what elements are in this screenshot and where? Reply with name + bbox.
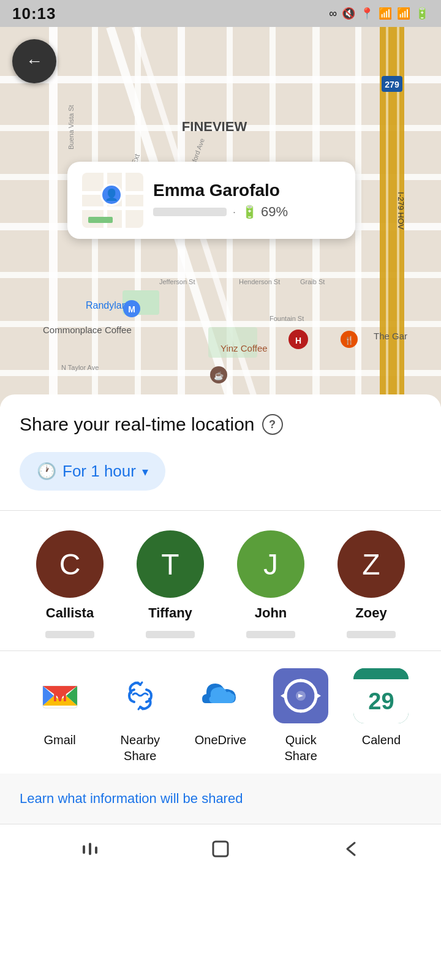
nav-bar (0, 824, 441, 873)
contact-name-callista: Callista (46, 605, 94, 621)
calendar-body: 29 (353, 679, 409, 723)
svg-text:Jefferson St: Jefferson St (159, 278, 195, 285)
contact-avatar-callista: C (36, 530, 104, 598)
app-calendar[interactable]: 29 Calend (341, 668, 421, 764)
battery-icon: 🔋 (242, 205, 257, 219)
duration-button[interactable]: 🕐 For 1 hour ▾ (20, 452, 165, 491)
svg-rect-55 (83, 845, 85, 854)
app-name-quickshare: QuickShare (285, 732, 317, 764)
status-time: 10:13 (12, 4, 56, 23)
svg-rect-57 (95, 846, 97, 854)
contact-avatar-tiffany: T (137, 530, 204, 598)
gmail-icon: M (32, 668, 88, 723)
calendar-day: 29 (368, 688, 394, 715)
svg-text:M: M (53, 686, 67, 705)
help-icon[interactable]: ? (262, 414, 283, 435)
mini-map-green (88, 217, 113, 223)
svg-text:FINEVIEW: FINEVIEW (182, 119, 247, 134)
app-onedrive[interactable]: OneDrive (180, 668, 260, 764)
dropdown-arrow-icon: ▾ (142, 464, 148, 479)
app-name-onedrive: OneDrive (195, 732, 246, 748)
learn-link[interactable]: Learn what information will be shared (20, 791, 243, 806)
contact-name-john: John (255, 605, 287, 621)
person-icon: 👤 (105, 188, 118, 202)
svg-text:Buena Vista St: Buena Vista St (67, 105, 75, 149)
profile-info: Emma Garofalo · 🔋 69% (153, 181, 341, 220)
contact-phone-blur-z (347, 631, 396, 638)
divider-1 (0, 510, 441, 511)
profile-mini-map: 👤 (82, 173, 143, 228)
svg-marker-52 (316, 693, 321, 699)
nav-back-button[interactable] (326, 831, 375, 867)
profile-name: Emma Garofalo (153, 181, 341, 200)
profile-pin: 👤 (100, 184, 123, 206)
svg-marker-53 (281, 693, 285, 699)
dot-separator: · (233, 206, 236, 219)
contact-tiffany[interactable]: T Tiffany (120, 530, 221, 638)
svg-text:I-279 HOV: I-279 HOV (396, 192, 405, 230)
svg-text:🍴: 🍴 (344, 335, 355, 345)
bottom-sheet: Share your real-time location ? 🕐 For 1 … (0, 394, 441, 824)
contact-name-zoey: Zoey (355, 605, 386, 621)
status-signal-icon: 📶 (397, 7, 410, 20)
nav-menu-icon (78, 837, 102, 861)
divider-2 (0, 650, 441, 651)
contacts-row: C Callista T Tiffany J John Z Zoey (20, 530, 421, 638)
svg-rect-56 (89, 843, 91, 855)
battery-percent: 69% (261, 204, 288, 220)
calendar-icon: 29 (353, 668, 409, 723)
onedrive-icon (193, 668, 248, 723)
profile-meta: · 🔋 69% (153, 204, 341, 220)
svg-rect-9 (0, 76, 441, 83)
back-arrow-icon: ← (26, 53, 43, 70)
profile-address-blur (153, 208, 227, 216)
contact-zoey[interactable]: Z Zoey (321, 530, 421, 638)
app-name-nearby: NearbyShare (121, 732, 160, 764)
svg-text:H: H (295, 336, 301, 345)
app-gmail[interactable]: M Gmail (20, 668, 100, 764)
quick-share-icon (273, 668, 328, 723)
contact-phone-blur (45, 631, 94, 638)
svg-text:The Gar: The Gar (374, 331, 407, 341)
nav-menu-button[interactable] (66, 831, 115, 867)
svg-text:Commonplace Coffee: Commonplace Coffee (43, 325, 132, 335)
contact-avatar-john: J (237, 530, 304, 598)
svg-text:M: M (128, 304, 135, 314)
nav-home-button[interactable] (196, 831, 245, 867)
svg-rect-1 (49, 27, 58, 407)
status-battery-icon: 🔋 (415, 7, 429, 20)
apps-row: M Gmail Nearby (20, 668, 421, 764)
svg-rect-58 (213, 842, 228, 856)
svg-rect-13 (0, 272, 441, 278)
status-mute-icon: 🔇 (342, 7, 355, 20)
back-button[interactable]: ← (12, 39, 56, 83)
status-icons: ∞ 🔇 📍 📶 📶 🔋 (329, 7, 429, 20)
status-wifi-icon: 📶 (379, 7, 392, 20)
status-infinity: ∞ (329, 7, 337, 20)
contact-phone-blur-t (146, 631, 195, 638)
app-nearby-share[interactable]: NearbyShare (100, 668, 180, 764)
svg-text:Henderson St: Henderson St (239, 278, 280, 285)
app-name-calendar: Calend (362, 732, 401, 748)
mini-road-v2 (122, 173, 126, 228)
nav-back-icon (339, 837, 363, 861)
contact-avatar-zoey: Z (337, 530, 405, 598)
status-location-icon: 📍 (360, 7, 374, 20)
duration-label: For 1 hour (62, 462, 136, 481)
profile-card: 👤 Emma Garofalo · 🔋 69% (67, 162, 355, 239)
app-name-gmail: Gmail (43, 732, 75, 748)
status-bar: 10:13 ∞ 🔇 📍 📶 📶 🔋 (0, 0, 441, 27)
mini-road-h2 (82, 206, 143, 210)
contact-john[interactable]: J John (221, 530, 321, 638)
profile-battery: 🔋 69% (242, 204, 288, 220)
svg-text:Yinz Coffee: Yinz Coffee (221, 343, 268, 353)
svg-text:N Taylor Ave: N Taylor Ave (61, 364, 99, 371)
share-heading-row: Share your real-time location ? (20, 414, 421, 435)
svg-text:Fountain St: Fountain St (270, 315, 304, 322)
contact-name-tiffany: Tiffany (148, 605, 192, 621)
share-heading-text: Share your real-time location (20, 414, 255, 435)
contact-phone-blur-j (246, 631, 295, 638)
contact-callista[interactable]: C Callista (20, 530, 120, 638)
app-quick-share[interactable]: QuickShare (261, 668, 341, 764)
learn-area: Learn what information will be shared (0, 774, 441, 824)
